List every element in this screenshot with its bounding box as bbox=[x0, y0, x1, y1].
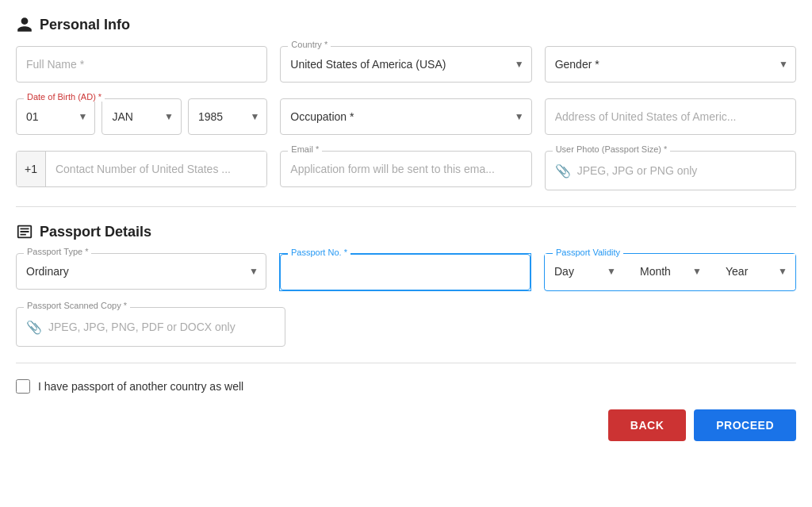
user-photo-field: User Photo (Passport Size) * 📎 JPEG, JPG… bbox=[545, 151, 796, 190]
dob-day-wrapper: 01 ▼ bbox=[16, 98, 95, 135]
personal-info-title: Personal Info bbox=[40, 17, 130, 33]
passport-icon bbox=[16, 223, 33, 240]
paperclip-icon: 📎 bbox=[555, 163, 571, 179]
gender-select-wrapper: ▼ bbox=[545, 46, 796, 83]
validity-group: Day ▼ Month ▼ Year ▼ bbox=[545, 254, 795, 289]
dob-year-wrapper: 1985 ▼ bbox=[188, 98, 267, 135]
contact-prefix: +1 bbox=[17, 152, 46, 186]
passport-validity-field: Passport Validity Day ▼ Month ▼ Year ▼ bbox=[544, 253, 796, 291]
passport-copy-label: Passport Scanned Copy * bbox=[24, 301, 130, 310]
validity-day-select[interactable]: Day bbox=[545, 254, 624, 289]
passport-no-input[interactable]: 123456789 bbox=[280, 254, 530, 290]
dob-field: Date of Birth (AD) * 01 ▼ JAN ▼ 1985 ▼ bbox=[16, 98, 267, 135]
row-1: Country * United States of America (USA)… bbox=[16, 46, 796, 83]
passport-no-label: Passport No. * bbox=[288, 248, 350, 257]
passport-no-field: Passport No. * 123456789 bbox=[279, 253, 531, 291]
paperclip-icon-2: 📎 bbox=[26, 320, 42, 335]
checkbox-row: I have passport of another country as we… bbox=[16, 379, 796, 394]
passport-copy-placeholder: JPEG, JPG, PNG, PDF or DOCX only bbox=[48, 321, 236, 333]
dob-month-wrapper: JAN ▼ bbox=[102, 98, 181, 135]
dob-year-select[interactable]: 1985 bbox=[188, 98, 267, 135]
country-field: Country * United States of America (USA)… bbox=[280, 46, 531, 83]
passport-type-select[interactable]: Ordinary bbox=[16, 253, 266, 290]
row-3: +1 Email * User Photo (Passport Size) * … bbox=[16, 151, 796, 190]
address-field bbox=[545, 98, 796, 135]
country-label: Country * bbox=[288, 40, 331, 49]
address-input[interactable] bbox=[545, 98, 796, 135]
user-photo-upload[interactable]: 📎 JPEG, JPG or PNG only bbox=[545, 151, 796, 190]
email-field: Email * bbox=[280, 151, 531, 190]
contact-wrapper: +1 bbox=[16, 151, 267, 187]
email-input[interactable] bbox=[280, 151, 531, 187]
passport-validity-label: Passport Validity bbox=[553, 248, 623, 257]
validity-year-select[interactable]: Year bbox=[716, 254, 795, 289]
occupation-select[interactable] bbox=[280, 98, 531, 135]
personal-info-header: Personal Info bbox=[16, 16, 796, 33]
validity-day-wrapper: Day ▼ bbox=[545, 254, 624, 289]
back-button[interactable]: BACK bbox=[608, 409, 686, 441]
button-row: BACK PROCEED bbox=[16, 409, 796, 441]
country-select[interactable]: United States of America (USA) bbox=[280, 46, 531, 83]
validity-month-select[interactable]: Month bbox=[630, 254, 710, 289]
user-photo-label: User Photo (Passport Size) * bbox=[553, 144, 671, 154]
another-passport-checkbox[interactable] bbox=[16, 379, 30, 394]
passport-copy-upload[interactable]: 📎 JPEG, JPG, PNG, PDF or DOCX only bbox=[16, 307, 285, 347]
country-select-wrapper: United States of America (USA) ▼ bbox=[280, 46, 531, 83]
gender-field: ▼ bbox=[545, 46, 796, 83]
occupation-field: ▼ bbox=[280, 98, 531, 135]
another-passport-label: I have passport of another country as we… bbox=[38, 380, 243, 393]
passport-details-title: Passport Details bbox=[40, 224, 151, 240]
row-2: Date of Birth (AD) * 01 ▼ JAN ▼ 1985 ▼ bbox=[16, 98, 796, 135]
email-label: Email * bbox=[288, 144, 322, 154]
contact-field: +1 bbox=[16, 151, 267, 190]
passport-type-select-wrapper: Ordinary ▼ bbox=[16, 253, 266, 290]
dob-day-select[interactable]: 01 bbox=[16, 98, 95, 135]
full-name-field bbox=[16, 46, 267, 83]
passport-copy-field: Passport Scanned Copy * 📎 JPEG, JPG, PNG… bbox=[16, 307, 285, 347]
person-icon bbox=[16, 16, 33, 33]
proceed-button[interactable]: PROCEED bbox=[694, 409, 796, 441]
passport-details-header: Passport Details bbox=[16, 223, 796, 240]
passport-type-label: Passport Type * bbox=[24, 247, 91, 256]
occupation-select-wrapper: ▼ bbox=[280, 98, 531, 135]
validity-month-wrapper: Month ▼ bbox=[630, 254, 710, 289]
passport-row-1: Passport Type * Ordinary ▼ Passport No. … bbox=[16, 253, 796, 291]
checkbox-divider bbox=[16, 363, 796, 363]
section-divider bbox=[16, 206, 796, 207]
contact-input[interactable] bbox=[46, 152, 266, 186]
passport-row-2: Passport Scanned Copy * 📎 JPEG, JPG, PNG… bbox=[16, 307, 796, 347]
dob-month-select[interactable]: JAN bbox=[102, 98, 181, 135]
dob-label: Date of Birth (AD) * bbox=[24, 92, 105, 102]
validity-year-wrapper: Year ▼ bbox=[716, 254, 795, 289]
user-photo-placeholder: JPEG, JPG or PNG only bbox=[577, 164, 698, 177]
passport-type-field: Passport Type * Ordinary ▼ bbox=[16, 253, 266, 291]
dob-group: 01 ▼ JAN ▼ 1985 ▼ bbox=[16, 98, 267, 135]
gender-select[interactable] bbox=[545, 46, 796, 83]
full-name-input[interactable] bbox=[16, 46, 267, 83]
